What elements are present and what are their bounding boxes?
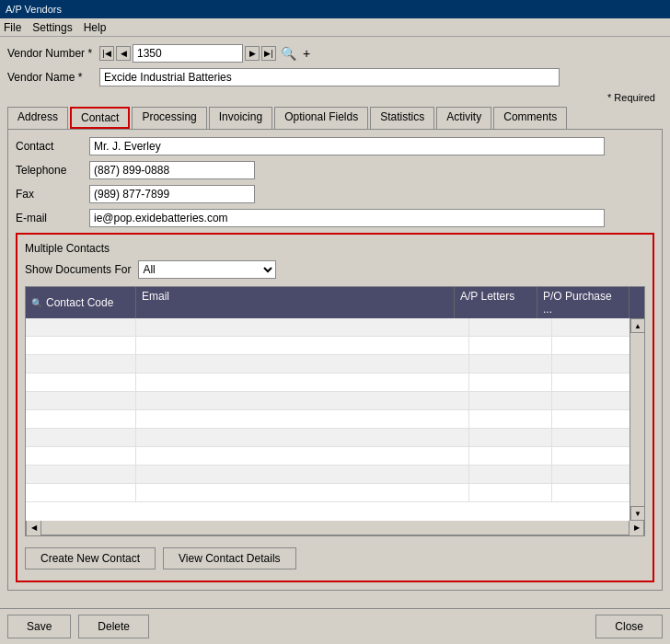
tab-statistics[interactable]: Statistics — [370, 107, 434, 129]
grid-row — [26, 466, 644, 484]
email-field-row: E-mail — [16, 209, 654, 227]
title-bar: A/P Vendors — [0, 0, 670, 18]
scroll-right-button[interactable]: ▶ — [629, 521, 643, 535]
search-button[interactable]: 🔍 — [280, 45, 296, 62]
close-button[interactable]: Close — [595, 615, 663, 638]
tab-activity[interactable]: Activity — [436, 107, 491, 129]
menu-help[interactable]: Help — [84, 21, 107, 34]
scroll-left-button[interactable]: ◀ — [27, 521, 41, 535]
add-button[interactable]: + — [298, 45, 315, 62]
fax-input[interactable] — [89, 185, 255, 203]
delete-button[interactable]: Delete — [78, 615, 149, 638]
telephone-label: Telephone — [16, 164, 89, 177]
show-docs-select[interactable]: All — [138, 260, 276, 279]
nav-last-button[interactable]: ▶| — [261, 46, 276, 61]
telephone-field-row: Telephone — [16, 161, 654, 179]
grid-row — [26, 447, 644, 466]
email-label: E-mail — [16, 212, 89, 224]
scroll-down-button[interactable]: ▼ — [630, 506, 644, 521]
required-note: * Required — [7, 92, 663, 103]
grid-search-icon: 🔍 — [31, 298, 42, 308]
menu-file[interactable]: File — [4, 21, 21, 34]
tab-contact[interactable]: Contact — [70, 107, 130, 129]
scroll-up-button[interactable]: ▲ — [630, 318, 644, 333]
scroll-thumb — [630, 333, 644, 506]
view-contact-details-button[interactable]: View Contact Details — [163, 547, 296, 569]
main-content: Vendor Number * |◀ ◀ ▶ ▶| 🔍 + Vendor Nam… — [0, 37, 670, 598]
grid-row — [26, 429, 644, 447]
grid-header-po: P/O Purchase ... — [537, 287, 630, 318]
vendor-number-label: Vendor Number * — [7, 47, 99, 60]
grid-header-email: Email — [136, 287, 455, 318]
grid-row — [26, 484, 644, 502]
vendor-name-label: Vendor Name * — [7, 71, 99, 84]
grid-row — [26, 337, 644, 355]
grid-body: ▲ ▼ — [26, 318, 644, 521]
multiple-contacts-section: Multiple Contacts Show Documents For All… — [16, 233, 654, 582]
contact-input[interactable] — [89, 137, 605, 155]
grid-row — [26, 410, 644, 429]
vendor-name-input[interactable] — [99, 68, 560, 86]
telephone-input[interactable] — [89, 161, 255, 179]
grid-header-contact-code: 🔍 Contact Code — [26, 287, 136, 318]
nav-controls: |◀ ◀ ▶ ▶| 🔍 + — [99, 44, 315, 63]
tab-invoicing[interactable]: Invoicing — [209, 107, 272, 129]
grid-header-scroll — [630, 287, 644, 318]
tab-bar: Address Contact Processing Invoicing Opt… — [7, 107, 663, 129]
tab-comments[interactable]: Comments — [493, 107, 567, 129]
tab-content-contact: Contact Telephone Fax E-mail Multiple Co… — [7, 129, 663, 591]
grid-row — [26, 318, 644, 337]
fax-label: Fax — [16, 188, 89, 201]
tab-address[interactable]: Address — [7, 107, 68, 129]
menu-settings[interactable]: Settings — [32, 21, 72, 34]
tab-optional-fields[interactable]: Optional Fields — [274, 107, 368, 129]
email-input[interactable] — [89, 209, 605, 227]
tab-processing[interactable]: Processing — [132, 107, 206, 129]
grid-row — [26, 355, 644, 374]
contact-buttons-row: Create New Contact View Contact Details — [25, 544, 645, 573]
vendor-name-row: Vendor Name * — [7, 68, 663, 86]
fax-field-row: Fax — [16, 185, 654, 203]
horizontal-scrollbar[interactable]: ◀ ▶ — [26, 521, 644, 535]
show-docs-label: Show Documents For — [25, 263, 131, 276]
left-buttons: Save Delete — [7, 615, 149, 638]
save-button[interactable]: Save — [7, 615, 71, 638]
menu-bar: File Settings Help — [0, 18, 670, 37]
grid-row — [26, 392, 644, 410]
nav-prev-button[interactable]: ◀ — [116, 46, 131, 61]
show-docs-row: Show Documents For All — [25, 260, 645, 279]
vendor-number-row: Vendor Number * |◀ ◀ ▶ ▶| 🔍 + — [7, 44, 663, 63]
grid-row — [26, 374, 644, 392]
contact-label: Contact — [16, 140, 89, 153]
nav-next-button[interactable]: ▶ — [245, 46, 260, 61]
bottom-bar: Save Delete Close — [0, 608, 670, 644]
contact-field-row: Contact — [16, 137, 654, 155]
nav-first-button[interactable]: |◀ — [99, 46, 114, 61]
contacts-grid: 🔍 Contact Code Email A/P Letters P/O Pur… — [25, 286, 645, 536]
grid-header: 🔍 Contact Code Email A/P Letters P/O Pur… — [26, 287, 644, 318]
vertical-scrollbar[interactable]: ▲ ▼ — [630, 318, 644, 521]
grid-header-ap: A/P Letters — [455, 287, 537, 318]
create-new-contact-button[interactable]: Create New Contact — [25, 547, 156, 569]
scroll-track — [41, 524, 629, 532]
vendor-number-input[interactable] — [133, 44, 243, 63]
multiple-contacts-title: Multiple Contacts — [25, 242, 645, 255]
